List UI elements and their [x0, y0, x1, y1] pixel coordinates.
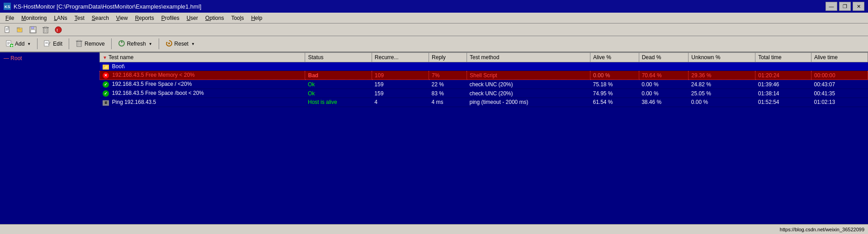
menu-options[interactable]: Options — [202, 14, 227, 22]
save-button[interactable] — [27, 25, 39, 35]
cell-test-method: check UNC (20%) — [467, 80, 590, 89]
col-header-alive-time[interactable]: Alive time — [811, 53, 868, 62]
new-icon — [4, 26, 11, 33]
edit-button[interactable]: Edit — [40, 37, 66, 50]
col-header-recurrence[interactable]: Recurre... — [372, 53, 429, 62]
add-dropdown-arrow: ▼ — [27, 42, 31, 46]
toolbar-sep-1 — [37, 38, 38, 49]
menu-reports[interactable]: Reports — [132, 14, 158, 22]
minimize-button[interactable]: — — [826, 2, 837, 11]
svg-rect-13 — [43, 28, 48, 33]
right-panel: ▼ Test name Status Recurre... Reply Test… — [99, 52, 868, 211]
col-header-test-method[interactable]: Test method — [467, 53, 590, 62]
tree-root-label: — Root — [4, 55, 22, 61]
delete-button[interactable] — [40, 25, 52, 35]
col-header-status[interactable]: Status — [305, 53, 372, 62]
cell-total-time: 01:38:14 — [755, 89, 811, 98]
reset-button[interactable]: Reset ▼ — [161, 37, 199, 50]
test-name-text: 192.168.43.5 Free Memory < 20% — [112, 72, 194, 78]
folder-cell: 📁 Boot\ — [100, 62, 868, 71]
delete-icon — [42, 26, 49, 33]
table-row[interactable]: ✓ 192.168.43.5 Free Space / <20% Ok 159 … — [100, 80, 868, 89]
menu-help[interactable]: Help — [247, 14, 266, 22]
test-name-text: 192.168.43.5 Free Space /boot < 20% — [112, 90, 204, 96]
menu-monitoring[interactable]: Monitoring — [18, 14, 50, 22]
menu-bar: File Monitoring LANs Test Search View Re… — [0, 13, 868, 23]
cell-alive-time: 00:41:35 — [811, 89, 868, 98]
cell-test-method: ping (timeout - 2000 ms) — [467, 98, 590, 107]
refresh-button[interactable]: Refresh ▼ — [114, 37, 156, 50]
status-bar: https://blog.csdn.net/weixin_36522099 — [0, 224, 868, 234]
title-bar-controls: — ❐ ✕ — [826, 2, 864, 11]
refresh-label: Refresh — [127, 41, 146, 47]
table-row[interactable]: ✓ 192.168.43.5 Free Space /boot < 20% Ok… — [100, 89, 868, 98]
toolbar-sep-4 — [159, 38, 159, 49]
tree-root-item[interactable]: — Root — [2, 54, 98, 62]
table-row[interactable]: 🖥 Ping 192.168.43.5 Host is alive 4 4 ms… — [100, 98, 868, 107]
add-button[interactable]: Add ▼ — [2, 37, 35, 50]
col-header-unknown-pct[interactable]: Unknown % — [689, 53, 755, 62]
cell-status: Ok — [305, 80, 372, 89]
cell-alive-pct: 74.95 % — [590, 89, 639, 98]
cell-total-time: 01:52:54 — [755, 98, 811, 107]
cell-unknown-pct: 29.36 % — [689, 71, 755, 80]
cell-reply: 7% — [429, 71, 467, 80]
cell-status: Bad — [305, 71, 372, 80]
new-button[interactable] — [2, 25, 14, 35]
cell-test-method: Shell Script — [467, 71, 590, 80]
table-body: 📁 Boot\ ✕ 192.168.43.5 Free Memory < 20%… — [100, 62, 868, 107]
cell-alive-time: 01:02:13 — [811, 98, 868, 107]
svg-rect-3 — [8, 27, 9, 28]
svg-text:!: ! — [57, 28, 58, 33]
menu-lans[interactable]: LANs — [50, 14, 71, 22]
menu-search[interactable]: Search — [88, 14, 113, 22]
status-url: https://blog.csdn.net/weixin_36522099 — [780, 227, 864, 232]
cell-reply: 4 ms — [429, 98, 467, 107]
col-header-total-time[interactable]: Total time — [755, 53, 811, 62]
data-table: ▼ Test name Status Recurre... Reply Test… — [99, 52, 868, 107]
cell-dead-pct: 38.46 % — [639, 98, 689, 107]
cell-recurrence: 159 — [372, 80, 429, 89]
maximize-button[interactable]: ❐ — [839, 2, 851, 11]
remove-button[interactable]: Remove — [71, 37, 109, 50]
menu-tools[interactable]: Tools — [227, 14, 247, 22]
svg-rect-37 — [121, 41, 122, 43]
add-icon — [6, 40, 13, 48]
small-icon-bar: ! — [0, 23, 868, 36]
cell-test-name: 🖥 Ping 192.168.43.5 — [100, 98, 305, 107]
edit-label: Edit — [53, 41, 62, 47]
col-header-test-name[interactable]: ▼ Test name — [100, 53, 305, 62]
cell-unknown-pct: 0.00 % — [689, 98, 755, 107]
menu-profiles[interactable]: Profiles — [158, 14, 183, 22]
close-button[interactable]: ✕ — [853, 2, 864, 11]
menu-test[interactable]: Test — [71, 14, 88, 22]
cell-status: Ok — [305, 89, 372, 98]
menu-user[interactable]: User — [183, 14, 202, 22]
folder-name: Boot\ — [112, 63, 125, 70]
save-icon — [29, 26, 37, 33]
window-title: KS-HostMonitor [C:\ProgramData\HostMonit… — [14, 3, 201, 10]
flag-icon: ! — [55, 26, 62, 33]
svg-rect-33 — [78, 40, 80, 41]
sort-icon: ▼ — [103, 55, 107, 60]
cell-test-method: check UNC (20%) — [467, 89, 590, 98]
table-folder-row[interactable]: 📁 Boot\ — [100, 62, 868, 71]
cell-recurrence: 159 — [372, 89, 429, 98]
status-icon-red: ✕ — [103, 72, 109, 79]
col-header-reply[interactable]: Reply — [429, 53, 467, 62]
menu-file[interactable]: File — [2, 14, 18, 22]
test-name-text: 192.168.43.5 Free Space / <20% — [112, 81, 192, 87]
svg-rect-8 — [17, 28, 19, 28]
status-icon-green: ✓ — [103, 90, 109, 97]
col-header-dead-pct[interactable]: Dead % — [639, 53, 689, 62]
flag-button[interactable]: ! — [52, 25, 64, 35]
menu-view[interactable]: View — [113, 14, 132, 22]
cell-recurrence: 4 — [372, 98, 429, 107]
table-row[interactable]: ✕ 192.168.43.5 Free Memory < 20% Bad 109… — [100, 71, 868, 80]
open-button[interactable] — [14, 25, 26, 35]
cell-test-name: ✓ 192.168.43.5 Free Space / <20% — [100, 80, 305, 89]
col-header-alive-pct[interactable]: Alive % — [590, 53, 639, 62]
svg-rect-15 — [44, 27, 47, 28]
cell-dead-pct: 70.64 % — [639, 71, 689, 80]
remove-label: Remove — [85, 41, 105, 47]
